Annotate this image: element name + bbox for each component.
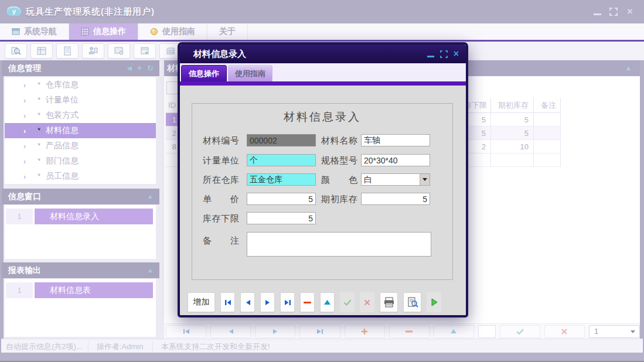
- window-title: 玩具生产管理系统(非注册用户): [26, 0, 155, 23]
- minus-icon: [406, 330, 413, 333]
- cell-initstock[interactable]: 5: [491, 113, 534, 127]
- tab-info-operation[interactable]: 信息操作: [69, 23, 138, 40]
- sidebar-header-info[interactable]: 信息管理 ◀ + ↻: [2, 60, 159, 76]
- tool-icon: [34, 112, 41, 119]
- record-position-box[interactable]: [478, 325, 496, 338]
- dialog-minimize-button[interactable]: [427, 49, 434, 59]
- run-button[interactable]: [427, 292, 441, 312]
- tree-item-employee[interactable]: ›员工信息: [5, 169, 156, 184]
- refresh-icon[interactable]: ↻: [147, 60, 154, 76]
- tree-item-material[interactable]: ›材料信息: [5, 123, 156, 138]
- maximize-icon: [440, 50, 448, 58]
- cancel-button[interactable]: [544, 325, 585, 338]
- collapse-up-icon[interactable]: ▲: [625, 60, 632, 76]
- next-icon: [272, 329, 279, 334]
- preview-button[interactable]: [403, 292, 421, 312]
- spec-input[interactable]: [361, 154, 430, 166]
- dialog-close-button[interactable]: ×: [454, 49, 459, 59]
- stock-min-input[interactable]: [247, 212, 316, 224]
- tab-user-guide[interactable]: 使用指南: [138, 23, 207, 40]
- cell-note[interactable]: [534, 127, 561, 140]
- square-icon: [12, 28, 20, 36]
- form-groupbox: 材料信息录入 材料编号 材料名称 计量单位 规格型号 所在仓库 颜色 白 单价: [192, 103, 453, 280]
- dialog-title-bar[interactable]: 材料信息录入 ×: [180, 45, 466, 63]
- cell-initstock[interactable]: 5: [491, 127, 534, 140]
- tab-about[interactable]: 关于: [207, 23, 248, 40]
- prev-record-button[interactable]: [210, 325, 251, 338]
- dialog-tab-info-operation[interactable]: 信息操作: [181, 65, 227, 81]
- tab-system-nav[interactable]: 系统导航: [0, 23, 69, 40]
- window-add-button[interactable]: [134, 43, 156, 59]
- unit-input[interactable]: [247, 154, 316, 166]
- warehouse-input[interactable]: [247, 173, 316, 186]
- sidebar-header-reports[interactable]: 报表输出 ▲: [2, 262, 159, 278]
- tree-item-unit[interactable]: ›计量单位: [5, 93, 156, 108]
- collapse-left-icon[interactable]: ◀: [127, 60, 131, 76]
- label-stock-min: 库存下限: [203, 212, 239, 224]
- init-stock-input[interactable]: [361, 193, 430, 205]
- edit-record-button[interactable]: [320, 292, 335, 312]
- app-tab-bar: 系统导航 信息操作 使用指南 关于: [0, 23, 644, 40]
- last-record-button[interactable]: [280, 292, 295, 312]
- screen-search-button[interactable]: [108, 43, 130, 59]
- label-note: 备注: [203, 234, 239, 247]
- tree-item-department[interactable]: ›部门信息: [5, 153, 156, 169]
- cancel-button[interactable]: [360, 292, 374, 312]
- collapse-up-icon[interactable]: ▲: [147, 189, 154, 204]
- last-record-button[interactable]: [299, 325, 340, 338]
- material-code-input[interactable]: [247, 134, 316, 146]
- first-record-button[interactable]: [166, 325, 206, 338]
- tree-item-packaging[interactable]: ›包装方式: [5, 108, 156, 123]
- confirm-button[interactable]: [340, 292, 355, 312]
- table-view-button[interactable]: [30, 43, 53, 59]
- cell-initstock[interactable]: 10: [491, 140, 534, 153]
- minus-icon: [304, 301, 311, 304]
- label-material-code: 材料编号: [203, 134, 239, 146]
- tree-item-warehouse[interactable]: ›仓库信息: [5, 77, 156, 93]
- dialog-accent-strip: [180, 81, 466, 86]
- cell-note[interactable]: [534, 140, 561, 153]
- color-dropdown[interactable]: 白: [361, 173, 430, 186]
- globe-icon: [150, 28, 158, 36]
- list-item-material-entry[interactable]: 1 材料信息录入: [6, 209, 153, 224]
- confirm-button[interactable]: [500, 325, 540, 338]
- page-select[interactable]: 1: [589, 325, 640, 338]
- chevron-down-icon[interactable]: [420, 174, 430, 185]
- material-name-input[interactable]: [361, 134, 430, 146]
- print-button[interactable]: [380, 292, 398, 312]
- tool-icon: [34, 142, 41, 149]
- dialog-maximize-button[interactable]: [440, 49, 448, 59]
- window-frame-bottom: [0, 353, 644, 362]
- close-button[interactable]: ×: [625, 7, 635, 16]
- add-icon[interactable]: +: [137, 60, 142, 76]
- prev-record-button[interactable]: [240, 292, 255, 312]
- first-record-button[interactable]: [220, 292, 235, 312]
- list-item-material-report[interactable]: 1 材料信息表: [6, 282, 153, 298]
- sidebar-header-windows[interactable]: 信息窗口 ▲: [2, 189, 159, 204]
- cell-note[interactable]: [534, 113, 561, 127]
- col-header-note[interactable]: 备注: [534, 98, 561, 113]
- search-button[interactable]: [5, 43, 27, 59]
- edit-record-button[interactable]: [434, 325, 474, 338]
- restore-button[interactable]: [609, 7, 618, 16]
- delete-record-button[interactable]: [389, 325, 430, 338]
- user-settings-button[interactable]: [82, 43, 104, 59]
- user-settings-icon: [88, 46, 98, 56]
- add-button[interactable]: 增加: [188, 292, 215, 312]
- dialog-tab-user-guide[interactable]: 使用指南: [228, 65, 272, 81]
- tree-item-product[interactable]: ›产品信息: [5, 138, 156, 153]
- next-record-button[interactable]: [260, 292, 275, 312]
- label-color: 颜色: [321, 173, 357, 186]
- next-record-button[interactable]: [255, 325, 295, 338]
- note-textarea[interactable]: [247, 232, 431, 257]
- tool-icon: [34, 127, 41, 134]
- price-input[interactable]: [247, 193, 316, 205]
- col-header-initstock[interactable]: 期初库存: [491, 98, 534, 113]
- document-button[interactable]: [56, 43, 79, 59]
- label-init-stock: 期初库存: [321, 193, 357, 205]
- delete-record-button[interactable]: [300, 292, 315, 312]
- minimize-button[interactable]: [592, 7, 602, 16]
- add-record-button[interactable]: [345, 325, 385, 338]
- collapse-up-icon[interactable]: ▲: [147, 262, 154, 278]
- tool-icon: [34, 173, 41, 180]
